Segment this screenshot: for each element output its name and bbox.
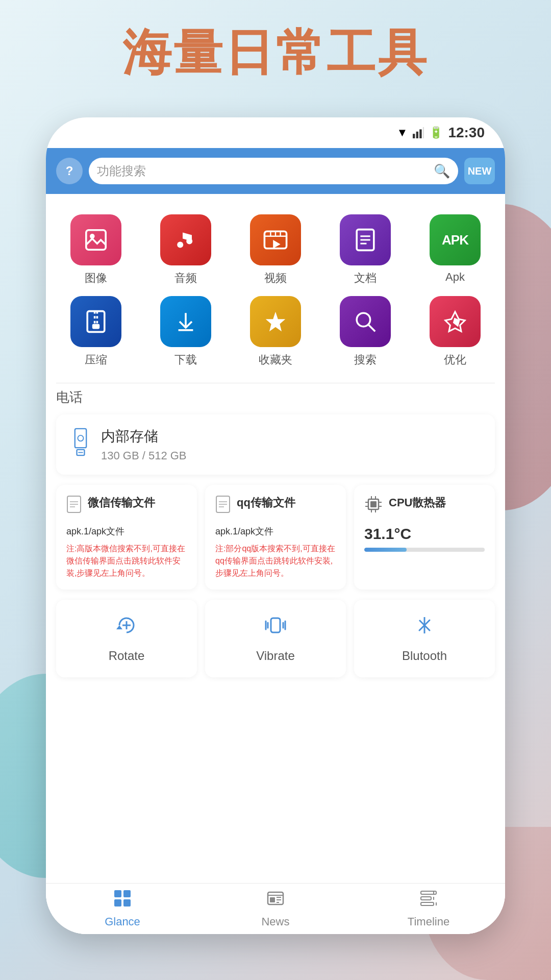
optimize-label: 优化 [444,352,466,368]
doc-label: 文档 [354,271,377,286]
image-icon [70,214,121,265]
search-label: 搜索 [354,352,377,368]
wechat-file-icon [66,495,82,518]
phone-mockup: ▼ 🔋 12:30 ? 功能搜索 🔍 NE [46,117,505,934]
rotate-card[interactable]: Rotate [56,600,197,677]
svg-rect-58 [114,890,121,897]
nav-item-timeline[interactable]: Timeline [352,889,505,928]
svg-rect-40 [370,501,377,507]
video-icon [250,214,301,265]
storage-name: 内部存储 [101,427,481,446]
fav-label: 收藏夹 [259,352,292,368]
bluetooth-icon [413,614,436,642]
svg-marker-13 [273,240,280,249]
qq-card-title: qq传输文件 [237,495,295,511]
feature-cards: 微信传输文件 apk.1/apk文件 注:高版本微信搜索不到,可直接在微信传输界… [56,485,495,590]
download-icon [160,296,211,347]
zip-label: 压缩 [85,352,107,368]
cpu-bar [364,548,485,552]
qq-card-subtitle: apk.1/apk文件 [215,525,336,537]
qq-card[interactable]: qq传输文件 apk.1/apk文件 注:部分qq版本搜索不到,可直接在qq传输… [205,485,346,590]
svg-rect-21 [92,324,99,329]
app-grid: 图像 音频 [56,204,495,378]
app-item-apk[interactable]: APK Apk [415,214,495,286]
doc-icon [340,214,391,265]
battery-icon: 🔋 [429,126,443,139]
page-title: 海量日常工具 [0,20,551,87]
utility-cards: Rotate Vibrate [56,600,495,677]
app-item-doc[interactable]: 文档 [325,214,405,286]
status-icons: ▼ 🔋 12:30 [397,125,485,141]
video-label: 视频 [264,271,287,286]
bluetooth-card[interactable]: Blutooth [354,600,495,677]
svg-rect-64 [270,897,275,902]
audio-icon [160,214,211,265]
main-content: 图像 音频 [46,194,505,883]
svg-rect-3 [423,127,424,138]
app-item-image[interactable]: 图像 [56,214,136,286]
app-item-audio[interactable]: 音频 [146,214,226,286]
svg-point-24 [357,313,370,326]
rotate-label: Rotate [109,649,145,663]
storage-info: 内部存储 130 GB / 512 GB [101,427,481,462]
optimize-icon [430,296,481,347]
apk-icon: APK [430,214,481,265]
divider-1 [56,383,495,383]
bottom-nav: Glance News [46,883,505,934]
svg-marker-23 [266,312,285,331]
vibrate-card[interactable]: Vibrate [205,600,346,677]
fav-icon [250,296,301,347]
search-icon-app [340,296,391,347]
vibrate-icon [264,614,287,642]
search-icon[interactable]: 🔍 [434,163,450,179]
search-bar[interactable]: 功能搜索 🔍 [89,158,458,184]
svg-point-7 [186,238,192,244]
svg-rect-70 [421,902,434,905]
top-bar: ? 功能搜索 🔍 NEW [46,148,505,194]
search-placeholder: 功能搜索 [97,163,429,179]
svg-rect-60 [114,899,121,906]
cpu-card-header: CPU散热器 [364,495,485,518]
nav-item-glance[interactable]: Glance [46,889,199,928]
cpu-card-title: CPU散热器 [389,495,446,511]
bluetooth-label: Blutooth [402,649,447,663]
svg-marker-49 [116,625,122,629]
app-item-zip[interactable]: 压缩 [56,296,136,368]
svg-rect-59 [123,890,131,897]
storage-icon [70,428,91,461]
cpu-card[interactable]: CPU散热器 31.1°C [354,485,495,590]
app-item-download[interactable]: 下载 [146,296,226,368]
svg-rect-1 [416,132,418,138]
svg-point-6 [177,242,183,248]
apk-label: Apk [445,271,465,284]
signal-icon [413,127,424,138]
wechat-card-subtitle: apk.1/apk文件 [66,525,187,537]
section-title-phone: 电话 [56,388,495,406]
app-item-search[interactable]: 搜索 [325,296,405,368]
glance-icon [113,889,132,912]
svg-rect-69 [421,897,431,900]
wechat-card-title: 微信传输文件 [88,495,155,511]
qq-card-header: qq传输文件 [215,495,336,518]
news-label: News [261,915,289,928]
vibrate-label: Vibrate [256,649,295,663]
svg-rect-27 [75,429,86,448]
svg-rect-2 [420,129,422,138]
app-item-video[interactable]: 视频 [236,214,315,286]
status-bar: ▼ 🔋 12:30 [46,117,505,148]
app-item-fav[interactable]: 收藏夹 [236,296,315,368]
image-label: 图像 [85,271,107,286]
nav-item-news[interactable]: News [199,889,352,928]
svg-rect-52 [271,618,280,632]
download-label: 下载 [174,352,197,368]
wechat-card-header: 微信传输文件 [66,495,187,518]
cpu-icon [364,495,383,518]
app-item-optimize[interactable]: 优化 [415,296,495,368]
timeline-label: Timeline [408,915,449,928]
news-icon [266,889,285,912]
storage-card[interactable]: 内部存储 130 GB / 512 GB [56,414,495,475]
wechat-card[interactable]: 微信传输文件 apk.1/apk文件 注:高版本微信搜索不到,可直接在微信传输界… [56,485,197,590]
help-button[interactable]: ? [56,158,83,184]
svg-rect-61 [123,899,131,906]
new-badge[interactable]: NEW [464,158,495,184]
